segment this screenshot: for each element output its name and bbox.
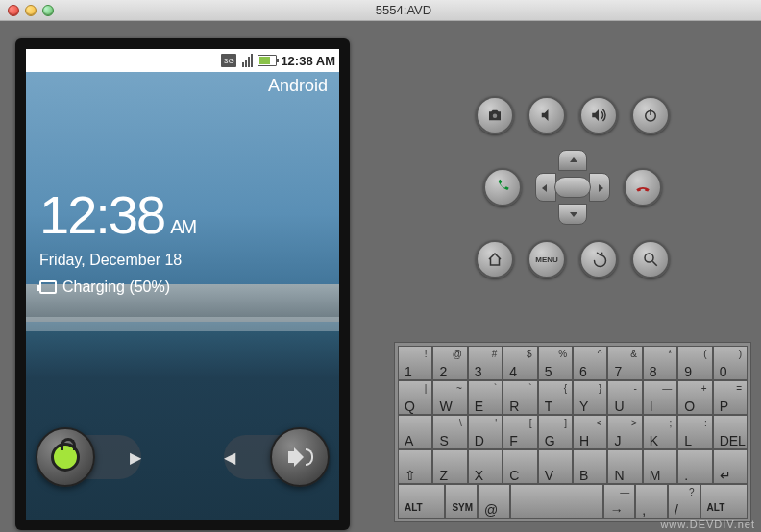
wallpaper-decor <box>26 317 339 331</box>
key-.[interactable]: . <box>677 449 712 484</box>
lock-clock: 12:38AM <box>39 183 195 246</box>
key-T[interactable]: T{ <box>538 380 573 415</box>
key-H[interactable]: H< <box>573 415 607 449</box>
key-ALT[interactable]: ALT <box>398 484 445 519</box>
key-/[interactable]: /? <box>668 484 700 519</box>
key-ALT[interactable]: ALT <box>700 484 748 519</box>
key-J[interactable]: J> <box>607 415 642 449</box>
maximize-icon[interactable] <box>42 5 54 16</box>
minimize-icon[interactable] <box>25 5 37 16</box>
statusbar-time: 12:38 AM <box>281 54 335 68</box>
svg-point-0 <box>493 114 498 119</box>
key-7[interactable]: 7& <box>607 346 642 380</box>
key-G[interactable]: G] <box>538 415 573 449</box>
key-U[interactable]: U- <box>607 380 642 415</box>
dpad-up-button[interactable] <box>558 150 587 171</box>
key-8[interactable]: 8* <box>643 346 677 380</box>
watermark: www.DEVDIV.net <box>660 519 755 530</box>
lock-date: Friday, December 18 <box>39 252 195 269</box>
key-E[interactable]: E` <box>468 380 503 415</box>
key-6[interactable]: 6^ <box>573 346 607 380</box>
key-I[interactable]: I— <box>643 380 677 415</box>
charge-icon <box>39 280 57 294</box>
carrier-label: Android <box>268 76 328 96</box>
dpad-right-button[interactable] <box>589 173 610 202</box>
key-SYM[interactable]: SYM <box>445 484 478 519</box>
key-D[interactable]: D' <box>468 415 503 449</box>
key-W[interactable]: W~ <box>432 380 467 415</box>
key-A[interactable]: A <box>398 415 432 449</box>
space-icon[interactable] <box>510 484 603 519</box>
phone-screen[interactable]: 3G 12:38 AM Android 12:38AM Friday, Dece… <box>26 49 339 520</box>
arrow-right-icon[interactable]: →— <box>603 484 636 519</box>
call-button[interactable] <box>483 168 522 206</box>
svg-point-3 <box>645 254 653 262</box>
enter-icon[interactable]: ↵ <box>713 449 748 484</box>
key-3[interactable]: 3# <box>468 346 503 380</box>
dpad <box>535 150 610 225</box>
close-icon[interactable] <box>8 5 19 16</box>
status-bar: 3G 12:38 AM <box>26 49 339 72</box>
chevron-right-icon: ▶ <box>130 448 141 467</box>
delete-icon[interactable]: DEL <box>713 415 748 449</box>
signal-icon <box>239 54 255 67</box>
window-titlebar: 5554:AVD <box>0 0 761 21</box>
back-button[interactable] <box>579 240 618 278</box>
key-4[interactable]: 4$ <box>503 346 537 380</box>
key-S[interactable]: S\ <box>432 415 467 449</box>
key-M[interactable]: M <box>643 449 677 484</box>
key-K[interactable]: K; <box>643 415 677 449</box>
key-1[interactable]: 1! <box>398 346 432 380</box>
key-O[interactable]: O+ <box>677 380 712 415</box>
home-button[interactable] <box>476 240 514 278</box>
network-3g-icon: 3G <box>221 54 236 67</box>
key-P[interactable]: P= <box>713 380 748 415</box>
key-L[interactable]: L: <box>677 415 712 449</box>
camera-button[interactable] <box>476 96 514 134</box>
volume-up-button[interactable] <box>579 96 618 134</box>
key-C[interactable]: C <box>503 449 537 484</box>
shift-icon[interactable]: ⇧ <box>398 449 432 484</box>
volume-down-button[interactable] <box>528 96 566 134</box>
dpad-left-button[interactable] <box>535 173 556 202</box>
menu-button[interactable]: MENU <box>528 240 566 278</box>
key-B[interactable]: B <box>573 449 607 484</box>
key-X[interactable]: X <box>468 449 503 484</box>
window-title: 5554:AVD <box>54 3 753 17</box>
chevron-left-icon: ◀ <box>224 448 235 467</box>
key-2[interactable]: 2@ <box>432 346 467 380</box>
power-button[interactable] <box>631 96 670 134</box>
key-9[interactable]: 9( <box>677 346 712 380</box>
key-@[interactable]: @ <box>478 484 510 519</box>
key-V[interactable]: V <box>538 449 573 484</box>
unlock-icon <box>51 443 80 472</box>
key-Y[interactable]: Y} <box>573 380 607 415</box>
key-N[interactable]: N <box>607 449 642 484</box>
search-button[interactable] <box>631 240 670 278</box>
sound-slider[interactable]: ◀ <box>214 423 330 491</box>
hardware-keyboard: 1!2@3#4$5%6^7&8*9(0)Q|W~E`R`T{Y}U-I—O+P=… <box>394 342 751 522</box>
end-call-button[interactable] <box>624 168 662 206</box>
charging-status: Charging (50%) <box>39 278 195 296</box>
key-R[interactable]: R` <box>503 380 537 415</box>
battery-icon <box>258 55 277 66</box>
phone-frame: 3G 12:38 AM Android 12:38AM Friday, Dece… <box>15 38 350 530</box>
key-F[interactable]: F[ <box>503 415 537 449</box>
sound-icon <box>284 442 315 472</box>
key-0[interactable]: 0) <box>713 346 748 380</box>
key-Z[interactable]: Z <box>432 449 467 484</box>
dpad-center-button[interactable] <box>554 177 591 198</box>
key-Q[interactable]: Q| <box>398 380 432 415</box>
key-,[interactable]: , <box>635 484 668 519</box>
svg-line-4 <box>652 261 657 266</box>
dpad-down-button[interactable] <box>558 204 587 225</box>
unlock-slider[interactable]: ▶ <box>36 423 151 491</box>
key-5[interactable]: 5% <box>538 346 573 380</box>
